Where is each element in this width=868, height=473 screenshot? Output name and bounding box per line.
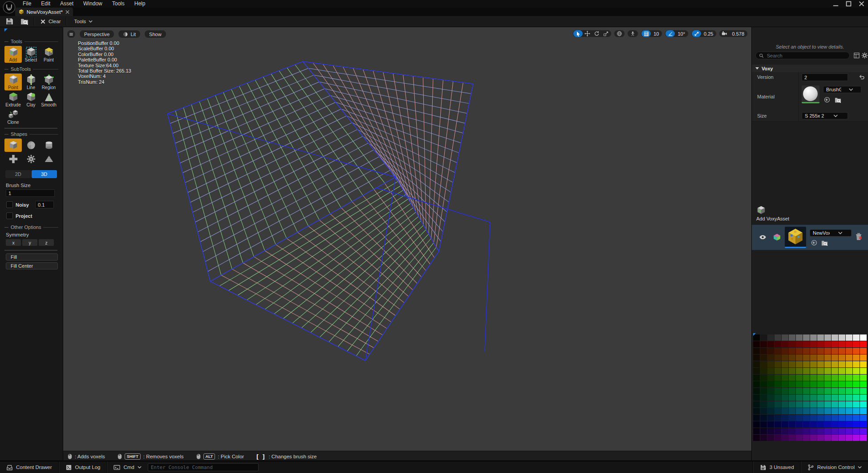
palette-swatch[interactable] xyxy=(767,408,774,414)
palette-swatch[interactable] xyxy=(831,381,838,387)
palette-swatch[interactable] xyxy=(753,435,760,441)
palette-swatch[interactable] xyxy=(831,401,838,408)
palette-swatch[interactable] xyxy=(810,334,817,341)
palette-swatch[interactable] xyxy=(846,395,852,401)
palette-swatch[interactable] xyxy=(767,421,774,428)
palette-swatch[interactable] xyxy=(753,375,760,381)
palette-swatch[interactable] xyxy=(824,341,831,347)
use-selected-asset-icon[interactable] xyxy=(824,97,830,103)
fill-center-button[interactable]: Fill Center xyxy=(6,262,58,269)
palette-swatch[interactable] xyxy=(803,421,810,428)
palette-swatch[interactable] xyxy=(760,341,767,347)
palette-swatch[interactable] xyxy=(810,421,817,428)
palette-swatch[interactable] xyxy=(753,401,760,408)
subtool-point-selected[interactable]: Point xyxy=(4,73,22,90)
palette-swatch[interactable] xyxy=(810,348,817,354)
palette-swatch[interactable] xyxy=(846,428,852,434)
palette-swatch[interactable] xyxy=(810,361,817,367)
palette-swatch[interactable] xyxy=(860,375,867,381)
palette-swatch[interactable] xyxy=(824,368,831,374)
palette-swatch[interactable] xyxy=(846,348,852,354)
palette-swatch[interactable] xyxy=(760,415,767,421)
browse-to-asset-icon[interactable] xyxy=(835,97,841,103)
material-thumbnail[interactable] xyxy=(802,86,819,103)
unsaved-button[interactable]: * 3 Unsaved xyxy=(754,461,800,473)
menu-item-file[interactable]: File xyxy=(18,0,36,8)
move-tool-button[interactable] xyxy=(583,30,592,37)
search-box[interactable] xyxy=(755,52,850,59)
palette-swatch[interactable] xyxy=(753,388,760,394)
shape-sphere[interactable] xyxy=(22,139,40,152)
scale-snap-button[interactable] xyxy=(692,30,701,37)
palette-swatch[interactable] xyxy=(775,388,781,394)
palette-swatch[interactable] xyxy=(760,361,767,367)
shape-cube-selected[interactable] xyxy=(4,139,22,152)
reset-to-default-icon[interactable] xyxy=(859,74,865,80)
noisy-value-input[interactable] xyxy=(35,201,54,208)
gear-icon[interactable] xyxy=(861,52,868,59)
palette-swatch[interactable] xyxy=(789,415,795,421)
palette-swatch[interactable] xyxy=(846,435,852,441)
palette-swatch[interactable] xyxy=(767,381,774,387)
clear-button[interactable]: Clear xyxy=(40,19,61,24)
palette-swatch[interactable] xyxy=(767,415,774,421)
palette-swatch[interactable] xyxy=(810,375,817,381)
symmetry-z-button[interactable]: z xyxy=(39,239,54,246)
palette-swatch[interactable] xyxy=(824,428,831,434)
brush-size-input[interactable] xyxy=(6,189,55,197)
palette-swatch[interactable] xyxy=(824,415,831,421)
show-button[interactable]: Show xyxy=(144,30,166,38)
scale-tool-button[interactable] xyxy=(601,30,611,37)
palette-swatch[interactable] xyxy=(760,348,767,354)
palette-swatch[interactable] xyxy=(853,375,860,381)
palette-swatch[interactable] xyxy=(824,435,831,441)
palette-swatch[interactable] xyxy=(796,435,803,441)
palette-swatch[interactable] xyxy=(760,388,767,394)
palette-swatch[interactable] xyxy=(810,341,817,347)
palette-swatch[interactable] xyxy=(831,421,838,428)
palette-swatch[interactable] xyxy=(839,348,845,354)
palette-swatch[interactable] xyxy=(775,381,781,387)
subtool-smooth[interactable]: Smooth xyxy=(40,91,57,108)
palette-swatch[interactable] xyxy=(782,348,788,354)
palette-swatch[interactable] xyxy=(839,381,845,387)
palette-swatch[interactable] xyxy=(853,388,860,394)
rotation-snap-button[interactable] xyxy=(665,30,675,37)
palette-swatch[interactable] xyxy=(775,415,781,421)
palette-swatch[interactable] xyxy=(810,428,817,434)
lit-mode-button[interactable]: Lit xyxy=(118,30,141,38)
palette-swatch[interactable] xyxy=(767,401,774,408)
palette-swatch[interactable] xyxy=(831,375,838,381)
palette-swatch[interactable] xyxy=(782,388,788,394)
grid-snap-value[interactable]: 10 xyxy=(651,31,661,37)
palette-swatch[interactable] xyxy=(775,355,781,361)
palette-swatch[interactable] xyxy=(796,415,803,421)
palette-swatch[interactable] xyxy=(853,421,860,428)
palette-swatch[interactable] xyxy=(775,435,781,441)
palette-swatch[interactable] xyxy=(831,428,838,434)
palette-swatch[interactable] xyxy=(824,408,831,414)
subtool-clay[interactable]: Clay xyxy=(22,91,40,108)
palette-swatch[interactable] xyxy=(796,375,803,381)
palette-swatch[interactable] xyxy=(817,361,824,367)
camera-speed-button[interactable] xyxy=(720,30,729,37)
palette-swatch[interactable] xyxy=(853,401,860,408)
version-input[interactable] xyxy=(802,73,848,81)
palette-swatch[interactable] xyxy=(782,395,788,401)
palette-swatch[interactable] xyxy=(846,341,852,347)
palette-swatch[interactable] xyxy=(853,348,860,354)
palette-swatch[interactable] xyxy=(853,381,860,387)
palette-swatch[interactable] xyxy=(839,361,845,367)
palette-swatch[interactable] xyxy=(789,348,795,354)
palette-swatch[interactable] xyxy=(782,368,788,374)
palette-swatch[interactable] xyxy=(753,415,760,421)
palette-swatch[interactable] xyxy=(760,435,767,441)
camera-speed-value[interactable]: 0.578 xyxy=(729,31,747,37)
palette-swatch[interactable] xyxy=(782,428,788,434)
palette-swatch[interactable] xyxy=(775,421,781,428)
palette-swatch[interactable] xyxy=(775,401,781,408)
palette-swatch[interactable] xyxy=(753,381,760,387)
console-command-input[interactable] xyxy=(148,463,259,471)
palette-swatch[interactable] xyxy=(767,355,774,361)
toggle-3d[interactable]: 3D xyxy=(32,170,57,178)
